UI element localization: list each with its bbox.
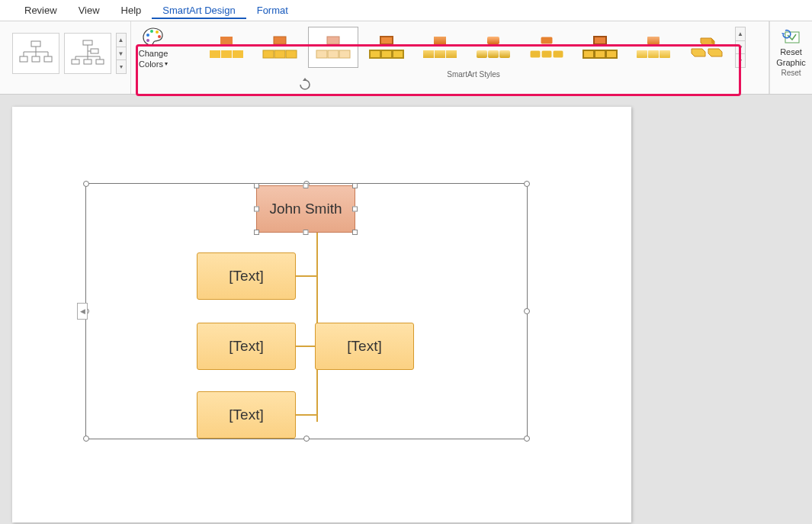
shape-text: John Smith: [269, 201, 342, 217]
reset-group: Reset Graphic Reset: [769, 21, 812, 94]
orgchart-shape[interactable]: [Text]: [197, 323, 296, 370]
svg-rect-27: [370, 50, 380, 58]
svg-rect-47: [637, 50, 647, 58]
reset-label-1: Reset: [780, 47, 802, 56]
style-option-10[interactable]: [682, 27, 732, 68]
tab-review[interactable]: Review: [14, 2, 68, 19]
styles-spinner: ▲ ▼ ▾: [735, 27, 746, 68]
svg-rect-36: [488, 50, 499, 58]
shape-handle[interactable]: [254, 207, 259, 212]
svg-rect-46: [647, 37, 660, 44]
shape-handle[interactable]: [303, 183, 309, 188]
layouts-more[interactable]: ▾: [117, 60, 126, 73]
tab-smartart-design[interactable]: SmartArt Design: [152, 2, 246, 19]
orgchart-shape[interactable]: [Text]: [315, 323, 414, 370]
resize-handle[interactable]: [83, 436, 89, 442]
style-option-1[interactable]: [201, 27, 252, 68]
svg-rect-22: [327, 37, 339, 44]
connector-line: [292, 414, 318, 416]
shape-handle[interactable]: [352, 207, 358, 212]
tabs-bar: Review View Help SmartArt Design Format: [0, 0, 812, 21]
svg-point-9: [146, 34, 149, 37]
svg-rect-1: [20, 56, 27, 62]
change-colors-label-1: Change: [139, 49, 168, 58]
reset-graphic-icon: [781, 26, 802, 46]
svg-rect-35: [477, 50, 487, 58]
svg-rect-49: [660, 50, 670, 58]
svg-rect-8: [96, 59, 104, 64]
svg-rect-19: [263, 50, 274, 58]
rotate-handle-icon[interactable]: [298, 78, 312, 92]
svg-rect-34: [487, 37, 499, 44]
text-pane-toggle[interactable]: ◀: [77, 303, 88, 320]
svg-point-12: [158, 35, 161, 38]
hierarchy-assistant-icon: [70, 40, 105, 67]
svg-rect-14: [220, 37, 233, 44]
style-thumb-icon: [367, 34, 406, 61]
orgchart-shape-top[interactable]: John Smith: [256, 185, 355, 233]
tab-help[interactable]: Help: [111, 2, 152, 19]
style-thumb-icon: [527, 34, 566, 61]
shape-text: [Text]: [229, 338, 263, 355]
style-thumb-icon: [580, 34, 620, 61]
hierarchy-icon: [18, 40, 53, 67]
svg-rect-25: [339, 50, 350, 58]
change-colors-button[interactable]: Change Colors ▾: [139, 26, 168, 69]
style-option-6[interactable]: [468, 27, 518, 68]
resize-handle[interactable]: [524, 308, 530, 314]
svg-rect-21: [286, 50, 297, 58]
orgchart-shape[interactable]: [Text]: [197, 391, 296, 439]
styles-scroll-up[interactable]: ▲: [736, 27, 745, 41]
svg-rect-24: [328, 50, 339, 58]
style-option-4[interactable]: [361, 27, 412, 68]
style-option-7[interactable]: [522, 27, 572, 68]
smartart-frame[interactable]: ◀ John Smith [Text]: [85, 183, 528, 439]
svg-rect-4: [83, 40, 92, 45]
style-option-8[interactable]: [575, 27, 625, 68]
shape-handle[interactable]: [352, 183, 358, 188]
svg-rect-5: [91, 49, 98, 53]
resize-handle[interactable]: [524, 436, 530, 442]
tab-view[interactable]: View: [68, 2, 111, 19]
svg-rect-17: [233, 50, 243, 58]
connector-line: [292, 275, 318, 277]
layout-option-2[interactable]: [64, 33, 111, 74]
style-option-2[interactable]: [255, 27, 305, 68]
style-option-3-selected[interactable]: [308, 27, 358, 68]
svg-rect-31: [423, 50, 434, 58]
svg-rect-3: [44, 56, 52, 62]
shape-handle[interactable]: [303, 230, 309, 235]
style-thumb-icon: [207, 34, 246, 61]
tab-format[interactable]: Format: [246, 2, 299, 19]
resize-handle[interactable]: [303, 436, 310, 442]
reset-label-2: Graphic: [776, 58, 806, 67]
document-page[interactable]: ◀ John Smith [Text]: [12, 107, 631, 522]
style-thumb-icon: [420, 34, 460, 61]
resize-handle[interactable]: [524, 181, 530, 187]
svg-rect-23: [316, 50, 327, 58]
resize-handle[interactable]: [83, 181, 89, 187]
styles-more[interactable]: ▾: [736, 54, 745, 67]
orgchart-shape[interactable]: [Text]: [197, 252, 296, 300]
svg-rect-15: [210, 50, 220, 58]
svg-point-11: [156, 31, 159, 34]
layouts-spinner: ▲ ▼ ▾: [116, 33, 127, 74]
layouts-scroll-up[interactable]: ▲: [117, 34, 126, 47]
shape-handle[interactable]: [254, 183, 259, 188]
shape-handle[interactable]: [352, 230, 358, 235]
reset-graphic-button[interactable]: Reset Graphic: [776, 26, 806, 67]
svg-rect-48: [648, 50, 659, 58]
layouts-scroll-down[interactable]: ▼: [117, 47, 126, 61]
svg-rect-28: [381, 50, 392, 58]
svg-rect-45: [606, 50, 617, 58]
layout-option-1[interactable]: [12, 33, 59, 74]
styles-scroll-down[interactable]: ▼: [736, 41, 745, 55]
svg-rect-26: [380, 37, 393, 44]
shape-text: [Text]: [229, 268, 263, 285]
style-option-9[interactable]: [628, 27, 679, 68]
document-area: ◀ John Smith [Text]: [0, 95, 812, 524]
shape-handle[interactable]: [254, 230, 259, 235]
style-thumb-3d-icon: [687, 34, 727, 61]
svg-rect-42: [594, 37, 606, 44]
style-option-5[interactable]: [415, 27, 465, 68]
